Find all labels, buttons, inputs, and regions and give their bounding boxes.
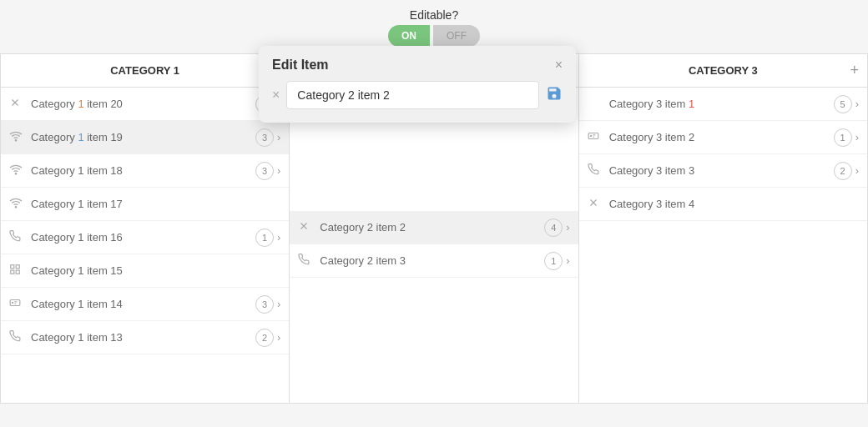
item-badge: 1 xyxy=(834,128,852,147)
item-label: Category 3 item 4 xyxy=(609,198,859,210)
item-badge: 3 xyxy=(255,162,274,180)
phone-icon xyxy=(588,163,604,178)
modal-body: × xyxy=(259,81,576,109)
chevron-right-icon[interactable]: › xyxy=(277,131,280,143)
chevron-right-icon[interactable]: › xyxy=(855,98,859,110)
list-item[interactable]: Category 3 item 32› xyxy=(579,154,867,188)
item-label: Category 3 item 1 xyxy=(609,98,834,110)
svg-point-13 xyxy=(13,302,13,303)
item-badge: 3 xyxy=(255,295,274,314)
wifi-icon xyxy=(9,129,26,145)
chevron-right-icon[interactable]: › xyxy=(566,254,569,267)
item-badge: 1 xyxy=(255,229,274,247)
category-items-1: Category 1 item 204›Category 1 item 193›… xyxy=(1,88,289,403)
chevron-right-icon[interactable]: › xyxy=(277,164,280,177)
item-badge: 2 xyxy=(255,329,274,347)
chevron-right-icon[interactable]: › xyxy=(566,221,569,234)
phone-icon xyxy=(9,330,26,344)
id-icon xyxy=(9,297,26,311)
list-item[interactable]: Category 1 item 132› xyxy=(1,321,289,354)
x-icon xyxy=(298,220,315,234)
toggle-container: ON OFF xyxy=(388,25,480,47)
item-badge: 2 xyxy=(834,162,852,180)
category-header-3: CATEGORY 3+ xyxy=(579,54,867,88)
item-label: Category 1 item 20 xyxy=(31,98,255,110)
modal-input[interactable] xyxy=(286,81,539,109)
phone-icon xyxy=(9,230,26,244)
svg-rect-8 xyxy=(11,270,14,274)
list-item[interactable]: Category 1 item 204› xyxy=(1,88,289,121)
item-label: Category 1 item 14 xyxy=(31,298,255,310)
item-label: Category 2 item 2 xyxy=(320,221,544,234)
list-item[interactable]: Category 3 item 15› xyxy=(579,88,867,121)
modal-title: Edit Item xyxy=(272,58,329,73)
item-label: Category 1 item 16 xyxy=(31,231,255,244)
category-column-1: CATEGORY 1Category 1 item 204›Category 1… xyxy=(1,54,290,403)
modal-close-button[interactable]: × xyxy=(555,58,563,73)
category-header-1: CATEGORY 1 xyxy=(1,54,289,88)
svg-point-3 xyxy=(15,173,16,174)
toggle-on-button[interactable]: ON xyxy=(388,25,430,47)
category-items-2: Category 2 item 24›Category 2 item 31› xyxy=(290,88,578,403)
grid-icon xyxy=(9,264,26,278)
wifi-icon xyxy=(9,196,26,212)
chevron-right-icon[interactable]: › xyxy=(855,131,859,143)
list-item[interactable]: Category 1 item 183› xyxy=(1,154,289,188)
x-icon xyxy=(588,197,604,211)
list-item[interactable]: Category 1 item 15 xyxy=(1,254,289,288)
svg-rect-7 xyxy=(16,270,19,274)
item-label: Category 1 item 15 xyxy=(31,264,280,277)
modal-header: Edit Item × xyxy=(259,46,576,81)
svg-rect-6 xyxy=(16,265,19,269)
list-item[interactable]: Category 3 item 4 xyxy=(579,188,867,221)
item-label: Category 1 item 17 xyxy=(31,198,280,210)
svg-point-20 xyxy=(590,135,591,136)
svg-point-4 xyxy=(15,207,16,208)
item-badge: 5 xyxy=(834,95,852,113)
category-items-3: Category 3 item 15›Category 3 item 21›Ca… xyxy=(579,88,867,403)
chevron-right-icon[interactable]: › xyxy=(855,164,859,177)
id-icon xyxy=(588,130,604,144)
item-badge: 4 xyxy=(544,219,563,237)
item-badge: 1 xyxy=(544,252,563,270)
chevron-right-icon[interactable]: › xyxy=(277,231,280,244)
modal-clear-button[interactable]: × xyxy=(272,88,280,103)
item-label: Category 3 item 2 xyxy=(609,131,834,143)
svg-rect-5 xyxy=(11,265,14,269)
toggle-off-button[interactable]: OFF xyxy=(433,25,480,47)
list-item[interactable]: Category 2 item 31› xyxy=(290,244,578,278)
add-item-button-3[interactable]: + xyxy=(850,62,859,79)
item-label: Category 1 item 19 xyxy=(31,131,255,143)
list-item[interactable]: Category 2 item 24› xyxy=(290,211,578,244)
item-label: Category 1 item 18 xyxy=(31,164,255,177)
edit-modal: Edit Item × × xyxy=(259,46,576,123)
list-item[interactable]: Category 3 item 21› xyxy=(579,121,867,154)
item-label: Category 1 item 13 xyxy=(31,331,255,344)
editable-label: Editable? xyxy=(388,8,480,22)
list-item[interactable]: Category 1 item 143› xyxy=(1,288,289,321)
phone-icon xyxy=(298,254,315,268)
chevron-right-icon[interactable]: › xyxy=(277,298,280,310)
item-label: Category 3 item 3 xyxy=(609,164,834,177)
list-item[interactable]: Category 1 item 161› xyxy=(1,221,289,254)
chevron-right-icon[interactable]: › xyxy=(277,331,280,344)
item-badge: 3 xyxy=(255,128,274,147)
list-item[interactable]: Category 1 item 193› xyxy=(1,121,289,154)
modal-save-button[interactable] xyxy=(546,85,563,105)
list-item[interactable]: Category 1 item 17 xyxy=(1,188,289,221)
category-column-3: CATEGORY 3+Category 3 item 15›Category 3… xyxy=(579,54,867,403)
item-label: Category 2 item 3 xyxy=(320,254,544,267)
wifi-icon xyxy=(9,163,26,178)
x-icon xyxy=(9,97,26,111)
svg-point-2 xyxy=(15,140,16,141)
